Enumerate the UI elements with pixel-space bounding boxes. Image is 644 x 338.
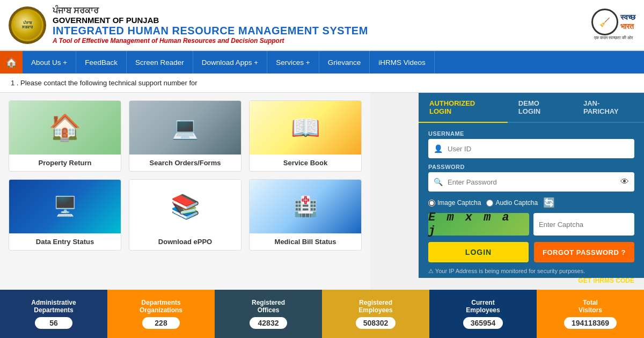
property-return-label: Property Return (36, 155, 94, 171)
medical-icon: 🏥 (294, 195, 318, 218)
service-book-image: 📖 (250, 101, 361, 155)
stat-departments-orgs: DepartmentsOrganizations 228 (107, 290, 215, 338)
password-label: PASSWORD (428, 164, 634, 170)
header-left: ਪੰਜਾਬਸਰਕਾਰ ਪੰਜਾਬ ਸਰਕਾਰ GOVERNMENT OF PUN… (9, 6, 368, 45)
captcha-options: Image Captcha Audio Captcha 🔄 (428, 197, 634, 209)
stat-curemp-value: 365954 (463, 317, 503, 329)
stat-registered-offices: RegisteredOffices 42832 (215, 290, 322, 338)
stat-admin-departments: AdministrativeDepartments 56 (0, 290, 107, 338)
eye-icon[interactable]: 👁 (620, 177, 629, 187)
audio-captcha-radio[interactable]: Audio Captcha (486, 199, 538, 207)
home-icon: 🏠 (5, 56, 17, 68)
data-entry-image: 🖥️ (9, 180, 121, 233)
punjab-logo: ਪੰਜਾਬਸਰਕਾਰ (9, 6, 46, 44)
get-ihrms-code[interactable]: GET iHRMS CODE (428, 277, 634, 284)
tab-authorized-login[interactable]: AUTHORIZED LOGIN (419, 93, 508, 123)
system-title: INTEGRATED HUMAN RESOURCE MANAGEMENT SYS… (53, 25, 368, 37)
nav-grievance[interactable]: Grievance (319, 51, 370, 74)
stat-current-employees: CurrentEmployees 365954 (429, 290, 537, 338)
property-return-card[interactable]: 🏠 Property Return (9, 100, 121, 172)
data-entry-label: Data Entry Status (34, 233, 96, 250)
stat-regemp-label: RegisteredEmployees (358, 299, 392, 314)
swachh-bharat-logo: 🧹 स्वच्छ भारत एक कदम स्वच्छता की ओर (591, 9, 635, 41)
laptop-icon: 💻 (172, 115, 199, 141)
captcha-text: E m x m a j (428, 211, 529, 238)
swachh-tagline: एक कदम स्वच्छता की ओर (594, 35, 633, 41)
eppo-label: Download ePPO (156, 233, 214, 250)
house-icon: 🏠 (49, 113, 81, 143)
stat-admin-value: 56 (35, 317, 72, 329)
tab-demo-login[interactable]: DEMO LOGIN (508, 93, 573, 122)
service-book-label: Service Book (281, 155, 330, 171)
nav-download-apps[interactable]: Download Apps + (193, 51, 267, 74)
data-entry-card[interactable]: 🖥️ Data Entry Status (9, 179, 121, 251)
punjabi-title: ਪੰਜਾਬ ਸਰਕਾਰ (53, 6, 368, 16)
username-wrap: 👤 (428, 139, 634, 158)
login-panel: AUTHORIZED LOGIN DEMO LOGIN JAN-PARICHAY… (419, 93, 644, 278)
stats-bar: AdministrativeDepartments 56 Departments… (0, 290, 644, 338)
stat-admin-label: AdministrativeDepartments (31, 299, 76, 314)
login-tabs: AUTHORIZED LOGIN DEMO LOGIN JAN-PARICHAY (419, 93, 644, 123)
ticker-text: 1 . Please contact the following technic… (0, 79, 208, 87)
header-right: 🧹 स्वच्छ भारत एक कदम स्वच्छता की ओर (591, 9, 635, 41)
username-input[interactable] (428, 139, 634, 158)
stat-offices-label: RegisteredOffices (252, 299, 285, 314)
header: ਪੰਜਾਬਸਰਕਾਰ ਪੰਜਾਬ ਸਰਕਾਰ GOVERNMENT OF PUN… (0, 0, 644, 51)
captcha-input[interactable] (533, 213, 634, 236)
stat-total-visitors: TotalVisitors 194118369 (537, 290, 644, 338)
lock-icon: 🔍 (434, 178, 443, 186)
user-icon: 👤 (434, 144, 443, 153)
stat-visitors-label: TotalVisitors (579, 299, 602, 314)
book-open-icon: 📖 (291, 114, 320, 142)
image-captcha-radio[interactable]: Image Captcha (428, 199, 481, 207)
stat-regemp-value: 508302 (356, 317, 396, 329)
login-button[interactable]: LOGIN (428, 242, 529, 262)
eppo-book-icon: 📚 (171, 193, 200, 221)
gov-title: GOVERNMENT OF PUNJAB (53, 16, 368, 25)
header-text-block: ਪੰਜਾਬ ਸਰਕਾਰ GOVERNMENT OF PUNJAB INTEGRA… (53, 6, 368, 45)
stat-deptorg-label: DepartmentsOrganizations (140, 299, 182, 314)
search-orders-label: Search Orders/Forms (148, 155, 223, 171)
captcha-area: E m x m a j (428, 213, 634, 236)
refresh-captcha-icon[interactable]: 🔄 (543, 197, 555, 209)
home-button[interactable]: 🏠 (0, 51, 23, 74)
data-icon: 🖥️ (53, 195, 77, 218)
captcha-image: E m x m a j (428, 213, 529, 236)
password-wrap: 🔍 👁 (428, 172, 634, 192)
stat-curemp-label: CurrentEmployees (466, 299, 500, 314)
nav-feedback[interactable]: FeedBack (76, 51, 127, 74)
search-orders-card[interactable]: 💻 Search Orders/Forms (129, 100, 241, 172)
service-book-card[interactable]: 📖 Service Book (249, 100, 362, 172)
medical-label: Medical Bill Status (273, 233, 339, 250)
password-input[interactable] (428, 172, 634, 192)
nav-services[interactable]: Services + (267, 51, 319, 74)
ip-notice: ⚠ Your IP Address is being monitored for… (428, 268, 634, 275)
eppo-image: 📚 (129, 180, 241, 233)
stat-registered-employees: RegisteredEmployees 508302 (322, 290, 429, 338)
tagline: A Tool of Effective Management of Human … (53, 37, 368, 45)
stat-visitors-value: 194118369 (564, 317, 617, 329)
medical-card[interactable]: 🏥 Medical Bill Status (249, 179, 362, 251)
cards-section: 🏠 Property Return 💻 Search Orders/Forms … (0, 93, 370, 290)
medical-image: 🏥 (250, 180, 361, 233)
nav-ihrms-videos[interactable]: iHRMS Videos (370, 51, 435, 74)
property-return-image: 🏠 (9, 101, 121, 155)
stat-deptorg-value: 228 (142, 317, 180, 329)
login-body: USERNAME 👤 PASSWORD 🔍 👁 Image Captcha Au… (419, 123, 644, 292)
main-content: 🏠 Property Return 💻 Search Orders/Forms … (0, 93, 644, 290)
navbar: 🏠 About Us + FeedBack Screen Reader Down… (0, 51, 644, 74)
stat-offices-value: 42832 (250, 317, 287, 329)
forgot-password-button[interactable]: FORGOT PASSWORD ? (534, 242, 634, 262)
username-label: USERNAME (428, 130, 634, 137)
cards-grid: 🏠 Property Return 💻 Search Orders/Forms … (9, 100, 362, 251)
eppo-card[interactable]: 📚 Download ePPO (129, 179, 241, 251)
nav-screen-reader[interactable]: Screen Reader (127, 51, 193, 74)
tab-jan-parichay[interactable]: JAN-PARICHAY (573, 93, 644, 122)
nav-about-us[interactable]: About Us + (23, 51, 76, 74)
ticker-bar: 1 . Please contact the following technic… (0, 74, 644, 93)
login-buttons: LOGIN FORGOT PASSWORD ? (428, 242, 634, 262)
search-orders-image: 💻 (129, 101, 241, 155)
